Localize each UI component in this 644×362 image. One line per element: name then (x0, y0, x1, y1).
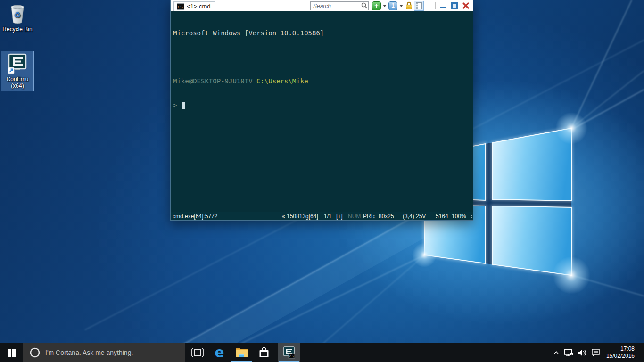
status-memory: 5164 (436, 213, 448, 220)
start-button[interactable] (0, 343, 23, 362)
tab-cmd[interactable]: C:\ <1> cmd (173, 1, 215, 11)
cortana-placeholder: I'm Cortana. Ask me anything. (45, 349, 133, 356)
menu-button[interactable] (425, 3, 432, 9)
clock-time: 17:08 (606, 346, 635, 353)
desktop-icon-conemu[interactable]: ConEmu (x64) (1, 51, 34, 91)
taskbar-task-view-button[interactable] (186, 343, 208, 362)
volume-icon[interactable] (578, 349, 587, 357)
close-icon (462, 2, 470, 9)
desktop: ♻ Recycle Bin ConEmu (x64) C:\ <1> cmd (0, 0, 644, 362)
terminal-line-prompt-header: Mike@DESKTOP-9JU10TV C:\Users\Mike (173, 77, 471, 85)
svg-text:C:\: C:\ (289, 355, 294, 358)
store-icon (258, 346, 270, 359)
status-zoom: 100% (452, 213, 466, 220)
file-explorer-icon (235, 347, 248, 358)
system-tray: 17:08 15/02/2016 (553, 343, 644, 362)
console-list-dropdown-icon[interactable] (399, 5, 403, 7)
lock-button[interactable] (405, 1, 413, 10)
tray-chevron-icon[interactable] (553, 350, 560, 355)
desktop-icon-recycle-bin[interactable]: ♻ Recycle Bin (1, 4, 34, 33)
terminal-line-version: Microsoft Windows [Version 10.0.10586] (173, 29, 471, 37)
search-icon (361, 2, 368, 9)
new-console-button[interactable]: + (372, 1, 381, 10)
status-plus[interactable]: [+] (336, 213, 343, 220)
task-view-icon (191, 348, 204, 357)
show-desktop-button[interactable] (639, 343, 641, 362)
status-version: « 150813g[64] (282, 213, 318, 220)
prompt-char: > (173, 101, 181, 109)
taskbar-store-button[interactable] (253, 343, 275, 362)
cortana-search-box[interactable]: I'm Cortana. Ask me anything. (23, 343, 185, 362)
status-cursor-pos: (3,4) 25V (403, 213, 426, 220)
cortana-icon (29, 347, 41, 358)
conemu-window: C:\ <1> cmd + 1 (170, 0, 473, 221)
sidebar-toggle-button[interactable] (414, 1, 424, 11)
maximize-button[interactable] (451, 2, 458, 9)
taskbar-clock[interactable]: 17:08 15/02/2016 (606, 346, 635, 360)
action-center-icon[interactable] (591, 348, 600, 357)
terminal-line-input: > (173, 101, 471, 109)
terminal-cursor (182, 102, 185, 109)
status-process: cmd.exe[64]:5772 (173, 213, 217, 220)
active-console-button[interactable]: 1 (388, 1, 397, 10)
conemu-shortcut-label-line2: (x64) (11, 82, 24, 89)
conemu-icon (7, 53, 28, 74)
conemu-statusbar: cmd.exe[64]:5772 « 150813g[64] 1/1 [+] N… (171, 212, 473, 220)
status-tab-count: 1/1 (324, 213, 332, 220)
taskbar-file-explorer-button[interactable] (231, 343, 253, 362)
console-search[interactable] (310, 1, 369, 10)
status-num-lock: NUM (348, 213, 361, 220)
new-console-dropdown-icon[interactable] (383, 5, 387, 7)
prompt-path: C:\Users\Mike (256, 77, 308, 85)
recycle-bin-icon: ♻ (8, 4, 27, 25)
tab-cmd-label: <1> cmd (187, 3, 211, 10)
conemu-shortcut-label-line1: ConEmu (7, 76, 29, 82)
recycle-bin-label: Recycle Bin (2, 26, 32, 33)
minimize-button[interactable] (440, 2, 447, 9)
svg-text:C:\: C:\ (178, 5, 183, 8)
cmd-icon: C:\ (177, 3, 184, 10)
conemu-titlebar: C:\ <1> cmd + 1 (171, 0, 473, 11)
windows-logo-icon (8, 349, 16, 357)
taskbar: I'm Cortana. Ask me anything. e (0, 343, 644, 362)
clock-date: 15/02/2016 (606, 353, 635, 360)
terminal-output[interactable]: Microsoft Windows [Version 10.0.10586] M… (171, 11, 473, 212)
taskbar-conemu-button[interactable]: C:\ (278, 343, 300, 362)
lock-icon (405, 1, 413, 10)
resize-grip[interactable] (466, 213, 472, 220)
network-icon[interactable] (564, 348, 573, 357)
titlebar-separator (435, 2, 436, 9)
svg-text:♻: ♻ (14, 10, 21, 20)
close-button[interactable] (462, 2, 470, 9)
taskbar-edge-button[interactable]: e (208, 343, 231, 362)
status-console-size: 80x25 (379, 213, 394, 220)
edge-icon: e (215, 346, 224, 360)
search-input[interactable] (310, 1, 369, 10)
status-priority: PRI↕ (363, 213, 375, 220)
conemu-taskbar-icon: C:\ (282, 346, 296, 359)
sidebar-toggle-icon (416, 2, 422, 9)
prompt-user: Mike@DESKTOP-9JU10TV (173, 77, 253, 85)
